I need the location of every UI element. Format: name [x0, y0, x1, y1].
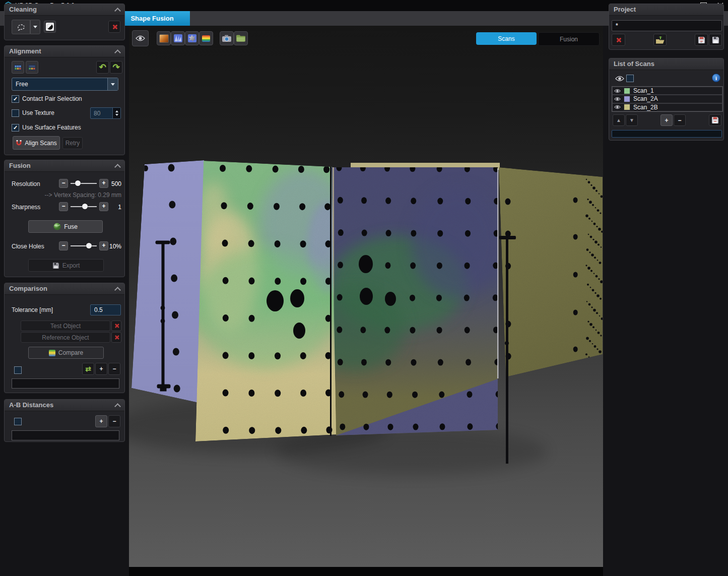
contact-pair-checkbox[interactable]: ✓	[12, 95, 19, 103]
project-panel: Project *	[609, 4, 724, 50]
slider-handle[interactable]	[82, 204, 88, 209]
spinner-arrows[interactable]	[112, 108, 120, 118]
use-texture-checkbox[interactable]	[12, 109, 19, 117]
texture-mode-icon	[159, 34, 169, 43]
tab-shape-fusion[interactable]: Shape Fusion	[114, 11, 190, 26]
slider-handle[interactable]	[86, 243, 92, 248]
render-texture-button[interactable]	[157, 31, 171, 45]
scan-eye-icon[interactable]	[614, 89, 621, 93]
redo-button[interactable]: ↷	[110, 61, 122, 74]
scan-color-swatch	[624, 88, 630, 94]
show-scans-toggle[interactable]: Scans	[476, 32, 537, 45]
remove-comparison-button[interactable]: −	[108, 363, 120, 375]
global-eye-icon[interactable]	[615, 76, 624, 82]
select-all-scans-checkbox[interactable]	[626, 75, 634, 82]
undo-button[interactable]: ↶	[96, 61, 109, 74]
texture-quality-spinner[interactable]: 80	[90, 107, 121, 119]
render-solid-button[interactable]	[185, 31, 199, 45]
render-shaded-button[interactable]	[171, 31, 185, 45]
export-scan-button[interactable]	[709, 114, 721, 126]
export-button[interactable]: Export	[28, 259, 104, 272]
alignment-header[interactable]: Alignment	[5, 46, 124, 57]
save-project-as-button[interactable]	[695, 34, 708, 46]
add-scan-button[interactable]: +	[660, 114, 673, 126]
fuse-button[interactable]: Fuse	[28, 220, 103, 233]
scan-list-row[interactable]: Scan_1	[612, 87, 722, 95]
reference-object-button[interactable]: Reference Object	[21, 332, 110, 343]
save-project-button[interactable]	[709, 34, 722, 46]
minus-icon: −	[112, 365, 116, 372]
plane-seam-highlight	[497, 168, 499, 378]
scan-eye-icon[interactable]	[614, 97, 621, 101]
swap-objects-button[interactable]: ⇄	[82, 363, 94, 375]
retry-button[interactable]: Retry	[62, 137, 83, 149]
rainbow-compare-icon	[49, 350, 55, 356]
slider-minus-button[interactable]: −	[59, 202, 68, 211]
scan-plane-lavender	[131, 160, 204, 403]
add-distance-button[interactable]: +	[95, 415, 107, 427]
delete-project-button[interactable]	[612, 34, 625, 46]
scan-list-row[interactable]: Scan_2A	[612, 95, 722, 103]
screenshot-button[interactable]	[220, 31, 234, 45]
resolution-slider[interactable]: − +	[59, 179, 108, 188]
delete-selection-button[interactable]	[108, 21, 120, 33]
scan-list[interactable]: Scan_1 Scan_2A Scan_2B	[612, 86, 723, 112]
comparison-header[interactable]: Comparison	[5, 283, 124, 295]
tolerance-label: Tolerance [mm]	[12, 306, 53, 313]
3d-viewport[interactable]: Scans Fusion	[129, 26, 603, 567]
alignment-mode-dropdown[interactable]: Free	[12, 78, 118, 91]
lasso-dropdown-button[interactable]	[30, 20, 40, 34]
comparison-visibility-checkbox[interactable]	[14, 366, 22, 374]
scan-list-row[interactable]: Scan_2B	[612, 103, 722, 111]
open-mesh-button[interactable]	[234, 31, 248, 45]
invert-selection-button[interactable]	[44, 21, 56, 33]
toggle-visibility-button[interactable]	[132, 30, 149, 46]
camera-icon	[222, 35, 231, 42]
close-holes-slider[interactable]: − +	[59, 241, 108, 250]
3d-scene[interactable]	[129, 26, 603, 567]
slider-minus-button[interactable]: −	[59, 179, 68, 188]
sharpness-slider[interactable]: − +	[59, 202, 108, 211]
scan-eye-icon[interactable]	[614, 105, 621, 109]
sharpness-label: Sharpness	[12, 204, 40, 211]
align-view-grid-button[interactable]	[12, 61, 24, 74]
shaded-mode-icon	[174, 34, 182, 42]
folder-icon	[236, 35, 245, 42]
ab-distances-list[interactable]	[12, 430, 119, 440]
tolerance-input[interactable]: 0.5	[90, 304, 121, 315]
cleaning-header[interactable]: Cleaning	[5, 4, 124, 16]
align-view-row-button[interactable]	[26, 61, 38, 74]
project-name-input[interactable]: *	[612, 20, 722, 31]
delete-icon	[112, 24, 117, 30]
show-fusion-toggle[interactable]: Fusion	[538, 32, 600, 46]
scan-name: Scan_2A	[633, 95, 658, 102]
fusion-header[interactable]: Fusion	[5, 160, 124, 172]
align-scans-button[interactable]: Align Scans	[13, 136, 60, 150]
ab-visibility-checkbox[interactable]	[14, 418, 22, 425]
slider-handle[interactable]	[75, 180, 81, 186]
project-title: Project	[614, 6, 636, 13]
compare-button[interactable]: Compare	[28, 347, 104, 359]
retry-label: Retry	[65, 140, 80, 147]
remove-distance-button[interactable]: −	[108, 415, 120, 427]
comparison-list[interactable]	[12, 378, 119, 389]
slider-minus-button[interactable]: −	[59, 241, 68, 250]
load-project-button[interactable]	[653, 34, 667, 46]
lasso-select-button[interactable]	[12, 20, 30, 34]
ab-distances-header[interactable]: A-B Distances	[5, 400, 124, 411]
add-comparison-button[interactable]: +	[95, 363, 107, 375]
move-scan-up-button[interactable]: ▲	[613, 114, 625, 126]
close-holes-label: Close Holes	[12, 243, 44, 250]
use-texture-label: Use Texture	[22, 109, 54, 116]
ab-distances-title: A-B Distances	[9, 401, 53, 409]
dropdown-arrow	[107, 78, 118, 90]
use-surface-checkbox[interactable]: ✓	[12, 124, 19, 132]
app-window: HP 3D Scan Pro 5.6.0 Setup Scanning Shap…	[0, 0, 728, 576]
test-object-button[interactable]: Test Object	[21, 321, 110, 331]
clear-reference-object-button[interactable]	[111, 332, 121, 343]
clear-test-object-button[interactable]	[111, 321, 121, 331]
move-scan-down-button[interactable]: ▼	[626, 114, 638, 126]
render-deviation-button[interactable]	[199, 31, 213, 45]
info-button[interactable]: i	[712, 74, 720, 82]
remove-scan-button[interactable]: −	[674, 114, 686, 126]
